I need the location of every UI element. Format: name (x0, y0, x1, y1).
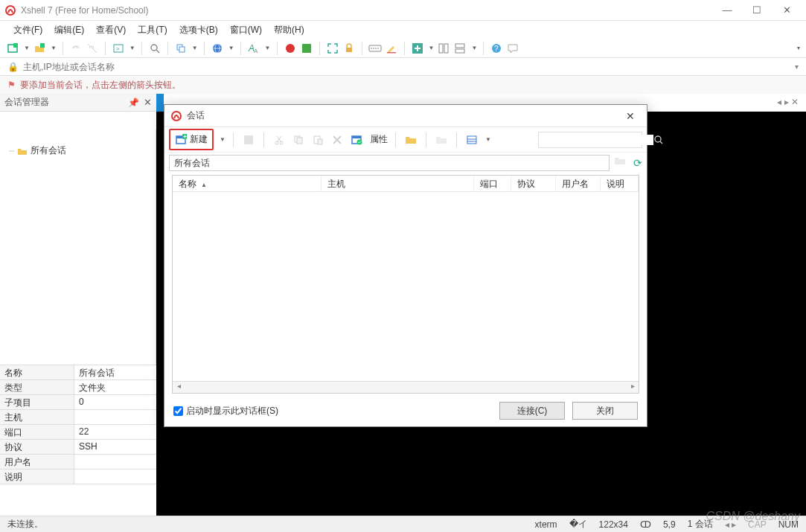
new-dropdown-icon[interactable]: ▼ (220, 136, 226, 143)
link-icon[interactable] (69, 42, 83, 55)
view-dropdown-icon[interactable]: ▼ (485, 136, 491, 143)
menu-edit[interactable]: 编辑(E) (48, 22, 90, 38)
menu-tools[interactable]: 工具(T) (132, 22, 173, 38)
svg-line-50 (660, 141, 662, 144)
cut-icon[interactable] (272, 132, 287, 147)
svg-rect-3 (40, 43, 45, 48)
save-icon[interactable] (241, 132, 256, 147)
copy-icon[interactable] (291, 132, 306, 147)
prop-value (74, 410, 156, 424)
show-on-startup-checkbox[interactable]: 启动时显示此对话框(S) (173, 405, 278, 417)
globe-icon[interactable] (211, 42, 224, 55)
dropdown-icon[interactable]: ▼ (129, 45, 135, 51)
delete-icon[interactable] (330, 132, 345, 147)
prop-key: 主机 (0, 410, 74, 424)
col-user[interactable]: 用户名 (556, 176, 601, 191)
address-input[interactable] (23, 62, 790, 72)
maximize-button[interactable]: ☐ (742, 0, 772, 21)
session-manager-toolbar (0, 112, 156, 129)
search-icon[interactable] (653, 135, 664, 145)
dropdown-icon[interactable]: ▼ (192, 45, 198, 51)
svg-rect-28 (455, 44, 464, 48)
dropdown-icon[interactable]: ▼ (265, 45, 271, 51)
tree-root-item[interactable]: ┄ 所有会话 (7, 143, 148, 158)
tile-h-icon[interactable] (437, 42, 450, 55)
show-on-startup-label: 启动时显示此对话框(S) (186, 405, 278, 417)
col-protocol[interactable]: 协议 (511, 176, 556, 191)
svg-text:>: > (116, 45, 120, 52)
search-icon[interactable] (148, 42, 161, 55)
unlink-icon[interactable] (86, 42, 99, 55)
dropdown-icon[interactable]: ▼ (24, 45, 30, 51)
new-session-icon[interactable] (6, 42, 19, 55)
add-icon[interactable] (411, 42, 424, 55)
copy-icon[interactable] (174, 42, 188, 55)
session-nav-icon[interactable]: ◂ ▸ (725, 519, 736, 530)
close-pane-icon[interactable]: ✕ (144, 97, 152, 108)
term-type: xterm (535, 519, 557, 530)
properties-label[interactable]: 属性 (370, 133, 388, 146)
scroll-left-icon[interactable]: ◂ (173, 382, 185, 393)
chat-icon[interactable] (506, 42, 519, 55)
pin-icon[interactable]: 📌 (128, 97, 139, 108)
dropdown-icon[interactable]: ▼ (471, 45, 477, 51)
lock-icon[interactable] (342, 42, 356, 55)
dialog-close-button[interactable]: ✕ (620, 107, 641, 125)
minimize-button[interactable]: — (712, 0, 742, 21)
terminal-icon[interactable]: > (112, 42, 125, 55)
col-name[interactable]: 名称 (173, 176, 322, 191)
dropdown-icon[interactable]: ▼ (228, 45, 234, 51)
help-icon[interactable]: ? (490, 42, 503, 55)
font-icon[interactable]: AA (247, 42, 260, 55)
svg-rect-29 (455, 49, 464, 53)
menu-file[interactable]: 文件(F) (7, 22, 48, 38)
menu-tab[interactable]: 选项卡(B) (173, 22, 224, 38)
session-manager-title: 会话管理器 (4, 96, 128, 109)
tile-v-icon[interactable] (453, 42, 467, 55)
dialog-search-input[interactable] (542, 135, 653, 145)
new-folder-icon[interactable] (434, 132, 449, 147)
view-mode-icon[interactable] (464, 132, 479, 147)
new-folder-icon[interactable] (33, 42, 46, 55)
highlight-icon[interactable] (385, 42, 398, 55)
list-body[interactable] (173, 192, 639, 381)
show-on-startup-input[interactable] (173, 406, 183, 416)
xshell-icon[interactable] (284, 42, 297, 55)
dropdown-icon[interactable]: ▼ (51, 45, 57, 51)
session-tree[interactable]: ┄ 所有会话 (0, 129, 156, 365)
session-manager-header: 会话管理器 📌 ✕ (0, 94, 156, 112)
horizontal-scrollbar[interactable]: ◂ ▸ (173, 381, 639, 393)
scroll-right-icon[interactable]: ▸ (627, 382, 639, 393)
active-tab-indicator[interactable] (156, 94, 164, 112)
refresh-icon[interactable]: ⟳ (633, 157, 642, 169)
xftp-icon[interactable] (300, 42, 313, 55)
close-button[interactable]: 关闭 (572, 402, 638, 420)
properties-icon[interactable] (349, 132, 364, 147)
dialog-title: 会话 (187, 109, 620, 122)
close-window-button[interactable]: ✕ (772, 0, 802, 21)
fullscreen-icon[interactable] (326, 42, 339, 55)
tab-nav[interactable]: ◂ ▸ ✕ (770, 94, 806, 112)
col-host[interactable]: 主机 (322, 176, 474, 191)
col-desc[interactable]: 说明 (601, 176, 639, 191)
keyboard-icon[interactable] (368, 42, 382, 55)
address-dropdown-icon[interactable]: ▾ (795, 63, 799, 71)
svg-rect-44 (352, 136, 361, 138)
svg-rect-40 (297, 138, 302, 144)
new-session-button[interactable]: 新建 (169, 129, 214, 150)
menu-view[interactable]: 查看(V) (90, 22, 132, 38)
col-port[interactable]: 端口 (474, 176, 511, 191)
menu-help[interactable]: 帮助(H) (268, 22, 310, 38)
toolbar-overflow-icon[interactable]: ▾ (797, 45, 800, 51)
prop-row: 子项目0 (0, 395, 156, 410)
open-folder-icon[interactable] (403, 132, 418, 147)
session-count: 1 会话 (688, 518, 713, 531)
path-field[interactable]: 所有会话 (169, 155, 610, 171)
menu-window[interactable]: 窗口(W) (224, 22, 268, 38)
dropdown-icon[interactable]: ▼ (429, 45, 435, 51)
up-folder-icon[interactable] (614, 156, 629, 170)
flag-icon: ⚑ (7, 80, 16, 90)
paste-icon[interactable] (310, 132, 325, 147)
prop-value: 22 (74, 425, 156, 439)
connect-button[interactable]: 连接(C) (499, 402, 565, 420)
